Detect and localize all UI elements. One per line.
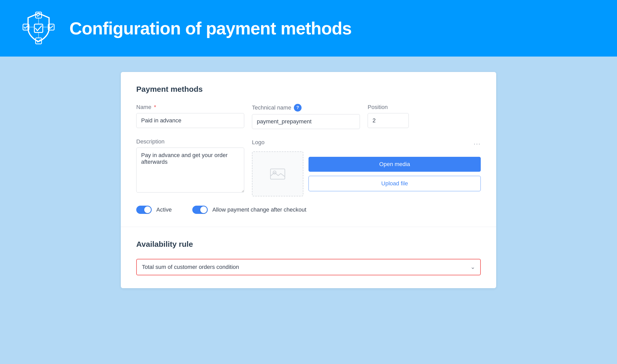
allow-payment-toggle[interactable] (192, 206, 208, 214)
name-label: Name* (136, 104, 244, 111)
logo-action-buttons: Open media Upload file (308, 151, 481, 196)
technical-name-field-group: Technical name ? (252, 104, 360, 129)
logo-preview-area (252, 151, 303, 196)
allow-payment-label: Allow payment change after checkout (212, 206, 306, 213)
required-indicator: * (154, 104, 156, 111)
form-row-1: Name* Technical name ? Position (136, 104, 481, 129)
active-toggle-knob (144, 206, 151, 213)
header-icon (21, 10, 57, 46)
active-toggle[interactable] (136, 206, 152, 214)
logo-field-group: Logo ... Open media (252, 138, 481, 196)
active-label: Active (156, 206, 172, 213)
position-field-group: Position (368, 104, 409, 128)
availability-section: Availability rule Total sum of customer … (121, 227, 496, 288)
technical-name-input[interactable] (252, 114, 360, 129)
upload-file-button[interactable]: Upload file (308, 176, 481, 191)
help-icon[interactable]: ? (294, 104, 302, 112)
form-row-2: Description Pay in advance and get your … (136, 138, 481, 196)
open-media-button[interactable]: Open media (308, 157, 481, 172)
description-label: Description (136, 138, 244, 145)
payment-methods-title: Payment methods (136, 85, 481, 94)
payment-methods-section: Payment methods Name* Technical name ? (121, 72, 496, 227)
position-label: Position (368, 104, 409, 111)
name-field-group: Name* (136, 104, 244, 128)
position-input[interactable] (368, 113, 409, 128)
allow-payment-toggle-group: Allow payment change after checkout (192, 206, 306, 214)
logo-more-menu[interactable]: ... (474, 138, 481, 146)
toggles-row: Active Allow payment change after checko… (136, 206, 481, 214)
availability-rule-select-wrapper: Total sum of customer orders condition ⌄ (136, 259, 481, 275)
description-field-group: Description Pay in advance and get your … (136, 138, 244, 193)
technical-name-label: Technical name ? (252, 104, 360, 112)
availability-rule-dropdown[interactable]: Total sum of customer orders condition ⌄ (136, 259, 481, 275)
content-area: Payment methods Name* Technical name ? (0, 57, 617, 364)
dropdown-selected-value: Total sum of customer orders condition (142, 264, 239, 270)
logo-label: Logo (252, 139, 265, 146)
active-toggle-group: Active (136, 206, 172, 214)
page-title: Configuration of payment methods (69, 18, 352, 38)
logo-container: Open media Upload file (252, 151, 481, 196)
description-textarea[interactable]: Pay in advance and get your order afterw… (136, 148, 244, 193)
header: Configuration of payment methods (0, 0, 617, 57)
main-card: Payment methods Name* Technical name ? (121, 72, 496, 288)
availability-title: Availability rule (136, 240, 481, 249)
dropdown-chevron-icon: ⌄ (470, 264, 475, 270)
name-input[interactable] (136, 113, 244, 128)
allow-payment-toggle-knob (200, 206, 207, 213)
logo-label-row: Logo ... (252, 138, 481, 146)
image-placeholder-icon (270, 167, 285, 181)
